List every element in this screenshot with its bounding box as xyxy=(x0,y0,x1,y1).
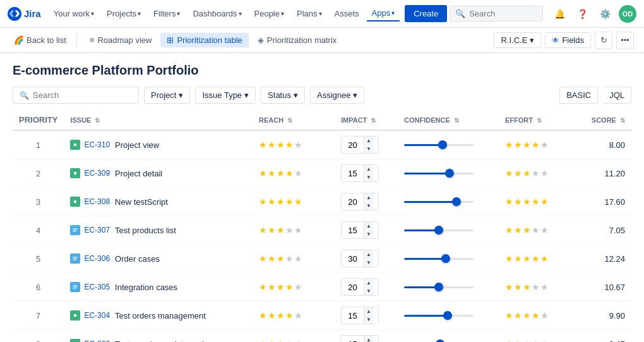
confidence-slider[interactable] xyxy=(404,252,474,265)
impact-input[interactable] xyxy=(342,167,364,180)
impact-input[interactable] xyxy=(342,138,364,152)
nav-projects[interactable]: Projects ▾ xyxy=(102,6,146,21)
roadmap-view-tab[interactable]: ≡ Roadmap view xyxy=(83,33,158,47)
impact-decrement-button[interactable]: ▼ xyxy=(364,259,373,267)
impact-input[interactable] xyxy=(342,224,364,237)
issue-code[interactable]: EC-303 xyxy=(84,339,110,342)
impact-increment-button[interactable]: ▲ xyxy=(364,137,373,145)
impact-input[interactable] xyxy=(342,195,364,209)
impact-spinner[interactable]: ▲ ▼ xyxy=(341,221,379,239)
nav-assets[interactable]: Assets xyxy=(330,6,364,21)
impact-spinner[interactable]: ▲ ▼ xyxy=(341,164,379,182)
score-value: 10.67 xyxy=(604,283,625,292)
logo[interactable]: Jira xyxy=(8,7,41,21)
score-value: 11.20 xyxy=(604,169,625,178)
col-header-issue[interactable]: Issue ⇅ xyxy=(64,110,253,130)
confidence-slider[interactable] xyxy=(404,309,474,322)
col-header-score[interactable]: Score ⇅ xyxy=(581,110,631,130)
impact-spinner[interactable]: ▲ ▼ xyxy=(341,193,379,211)
create-button[interactable]: Create xyxy=(405,5,447,22)
impact-spinner[interactable]: ▲ ▼ xyxy=(341,335,379,342)
impact-increment-button[interactable]: ▲ xyxy=(364,193,373,202)
search-box[interactable]: 🔍 xyxy=(450,6,543,21)
back-to-list-button[interactable]: 🌈 Back to list xyxy=(10,33,70,47)
impact-input[interactable] xyxy=(342,338,364,343)
search-icon: 🔍 xyxy=(455,9,465,18)
issue-code[interactable]: EC-309 xyxy=(84,169,110,178)
assignee-filter-button[interactable]: Assignee ▾ xyxy=(310,87,364,104)
settings-icon[interactable]: ⚙️ xyxy=(596,5,614,23)
table-search-input[interactable] xyxy=(33,90,132,100)
col-header-impact[interactable]: Impact ⇅ xyxy=(335,110,398,130)
confidence-slider[interactable] xyxy=(404,224,474,236)
nav-filters[interactable]: Filters ▾ xyxy=(148,6,185,21)
impact-increment-button[interactable]: ▲ xyxy=(364,307,373,315)
table-search-box[interactable]: 🔍 xyxy=(13,87,139,104)
impact-spinner[interactable]: ▲ ▼ xyxy=(341,278,379,296)
issue-code[interactable]: EC-306 xyxy=(84,254,110,263)
impact-decrement-button[interactable]: ▼ xyxy=(364,287,373,295)
impact-spinner[interactable]: ▲ ▼ xyxy=(341,136,379,154)
issue-type-filter-button[interactable]: Issue Type ▾ xyxy=(195,87,256,104)
impact-increment-button[interactable]: ▲ xyxy=(364,336,373,342)
impact-input[interactable] xyxy=(342,281,364,294)
col-header-reach[interactable]: Reach ⇅ xyxy=(253,110,335,130)
impact-cell: ▲ ▼ xyxy=(335,330,398,343)
issue-code[interactable]: EC-307 xyxy=(84,226,110,235)
prioritization-table-tab[interactable]: ⊞ Prioritization table xyxy=(160,33,248,47)
notifications-icon[interactable]: 🔔 xyxy=(551,5,568,23)
search-input[interactable] xyxy=(469,9,537,18)
col-header-effort[interactable]: Effort ⇅ xyxy=(499,110,581,130)
status-filter-button[interactable]: Status ▾ xyxy=(261,87,305,104)
confidence-slider[interactable] xyxy=(404,281,474,293)
avatar[interactable]: OD xyxy=(619,5,636,23)
apps-chevron-icon: ▾ xyxy=(391,9,395,16)
story-icon xyxy=(70,140,80,150)
project-filter-button[interactable]: Project ▾ xyxy=(144,87,190,104)
impact-decrement-button[interactable]: ▼ xyxy=(364,173,373,181)
stars: ★★★★★ xyxy=(259,140,328,150)
reach-cell: ★★★★★ xyxy=(253,245,335,273)
nav-plans[interactable]: Plans ▾ xyxy=(292,6,327,21)
table-header-row: Priority Issue ⇅ Reach ⇅ Impact ⇅ Confi xyxy=(13,110,631,130)
impact-spinner[interactable]: ▲ ▼ xyxy=(341,307,379,324)
refresh-button[interactable]: ↻ xyxy=(595,32,612,49)
effort-cell: ★★★★★ xyxy=(499,188,581,216)
nav-dashboards[interactable]: Dashboards ▾ xyxy=(188,6,246,21)
impact-increment-button[interactable]: ▲ xyxy=(364,222,373,230)
basic-button[interactable]: BASIC xyxy=(559,87,598,104)
issue-code[interactable]: EC-310 xyxy=(84,140,110,149)
issue-name: Test orders management xyxy=(115,311,206,321)
confidence-slider[interactable] xyxy=(404,338,474,342)
confidence-slider[interactable] xyxy=(404,138,474,151)
more-options-button[interactable]: ••• xyxy=(616,32,634,49)
impact-decrement-button[interactable]: ▼ xyxy=(364,202,373,210)
impact-input[interactable] xyxy=(342,252,364,266)
impact-increment-button[interactable]: ▲ xyxy=(364,165,373,173)
nav-people[interactable]: People ▾ xyxy=(249,6,289,21)
help-icon[interactable]: ❓ xyxy=(573,5,591,23)
issue-code[interactable]: EC-304 xyxy=(84,311,110,320)
issue-code[interactable]: EC-305 xyxy=(84,283,110,291)
impact-cell: ▲ ▼ xyxy=(335,245,398,273)
rice-button[interactable]: R.I.C.E ▾ xyxy=(494,32,541,48)
rice-chevron-icon: ▾ xyxy=(530,35,534,45)
prioritization-matrix-tab[interactable]: ◈ Prioritization matrix xyxy=(251,33,343,47)
impact-decrement-button[interactable]: ▼ xyxy=(364,230,373,238)
impact-spinner[interactable]: ▲ ▼ xyxy=(341,250,379,267)
nav-your-work[interactable]: Your work ▾ xyxy=(49,6,99,21)
jql-button[interactable]: JQL xyxy=(603,87,631,104)
nav-apps[interactable]: Apps ▾ xyxy=(367,6,400,21)
issue-code[interactable]: EC-308 xyxy=(84,197,110,206)
impact-input[interactable] xyxy=(342,309,364,322)
col-header-confidence[interactable]: Confidence ⇅ xyxy=(398,110,499,130)
fields-button[interactable]: 👁 Fields xyxy=(545,32,591,48)
effort-cell: ★★★★★ xyxy=(499,159,581,188)
confidence-slider[interactable] xyxy=(404,195,474,208)
matrix-icon: ◈ xyxy=(258,35,264,45)
impact-increment-button[interactable]: ▲ xyxy=(364,279,373,287)
impact-increment-button[interactable]: ▲ xyxy=(364,250,373,259)
impact-decrement-button[interactable]: ▼ xyxy=(364,145,373,153)
confidence-slider[interactable] xyxy=(404,167,474,180)
impact-decrement-button[interactable]: ▼ xyxy=(364,315,373,324)
